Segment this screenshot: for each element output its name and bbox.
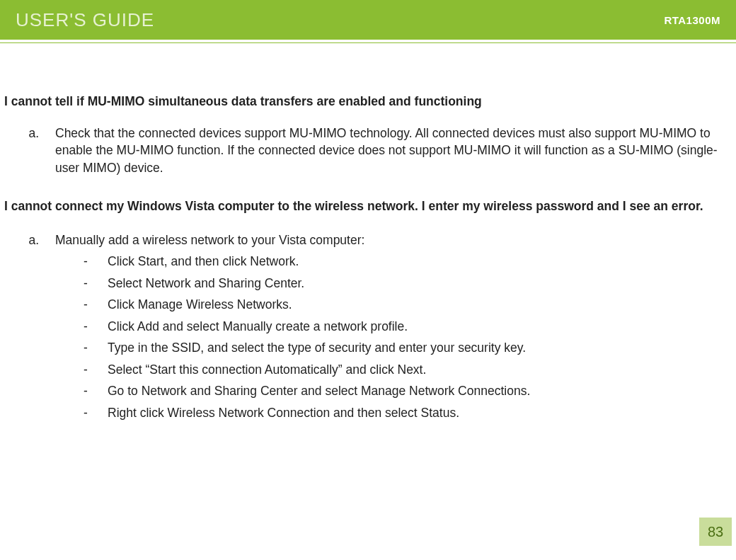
- faq2-step: Right click Wireless Network Connection …: [84, 404, 729, 422]
- faq2-item-a-intro: Manually add a wireless network to your …: [55, 233, 364, 247]
- doc-header: USER'S GUIDE RTA1300M: [0, 0, 736, 40]
- faq2-step: Select “Start this connection Automatica…: [84, 361, 729, 379]
- faq2-item-a: Manually add a wireless network to your …: [42, 232, 729, 422]
- faq2-step: Click Add and select Manually create a n…: [84, 318, 729, 336]
- page-number: 83: [699, 518, 732, 546]
- faq-heading-2: I cannot connect my Windows Vista comput…: [4, 196, 729, 217]
- faq1-list: Check that the connected devices support…: [4, 125, 729, 177]
- faq2-step: Type in the SSID, and select the type of…: [84, 339, 729, 357]
- doc-model: RTA1300M: [664, 14, 720, 26]
- faq2-step: Go to Network and Sharing Center and sel…: [84, 382, 729, 400]
- doc-title: USER'S GUIDE: [16, 9, 154, 31]
- faq2-step: Select Network and Sharing Center.: [84, 275, 729, 292]
- faq2-step: Click Manage Wireless Networks.: [84, 296, 729, 314]
- faq2-list: Manually add a wireless network to your …: [4, 232, 729, 422]
- doc-body: I cannot tell if MU-MIMO simultaneous da…: [0, 43, 736, 421]
- faq1-item-a: Check that the connected devices support…: [42, 125, 729, 177]
- faq2-steps: Click Start, and then click Network. Sel…: [55, 253, 729, 421]
- faq-heading-1: I cannot tell if MU-MIMO simultaneous da…: [4, 93, 729, 110]
- faq2-step: Click Start, and then click Network.: [84, 253, 729, 270]
